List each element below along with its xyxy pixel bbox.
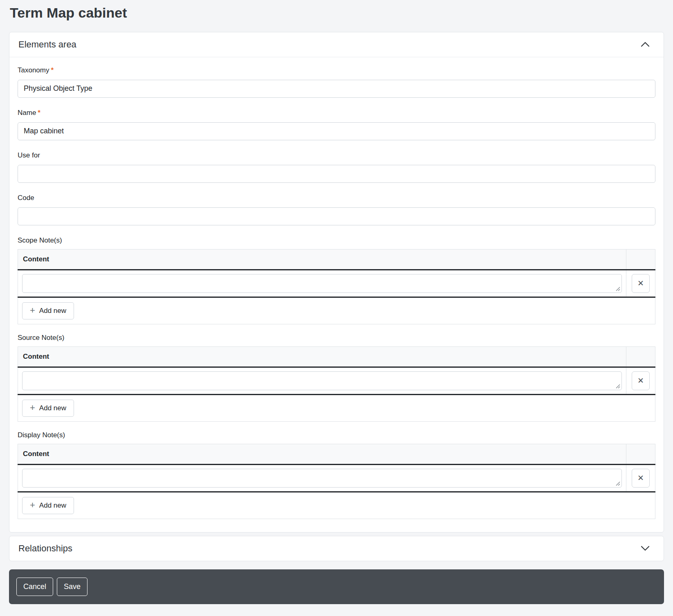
content-column-header: Content [18, 249, 626, 270]
name-field-group: Name* [18, 109, 655, 140]
table-footer-row: + Add new [18, 492, 655, 519]
source-note-textarea[interactable] [22, 371, 622, 390]
elements-area-title: Elements area [18, 39, 76, 50]
taxonomy-label-text: Taxonomy [18, 66, 49, 74]
table-header-row: Content [18, 346, 655, 367]
plus-icon: + [30, 403, 35, 412]
display-notes-table: Content [18, 444, 655, 519]
chevron-up-icon[interactable] [641, 42, 650, 47]
chevron-down-icon[interactable] [641, 546, 650, 551]
code-input[interactable] [18, 207, 655, 225]
scope-note-textarea[interactable] [22, 274, 622, 293]
elements-area-body: Taxonomy* Name* Use for Code [9, 57, 664, 532]
taxonomy-label: Taxonomy* [18, 66, 655, 74]
table-header-row: Content [18, 249, 655, 270]
cancel-button[interactable]: Cancel [16, 578, 53, 596]
action-column-header [626, 249, 655, 270]
note-row: ✕ [18, 270, 655, 297]
delete-row-button[interactable]: ✕ [632, 274, 650, 293]
add-new-label: Add new [39, 307, 66, 315]
note-row: ✕ [18, 367, 655, 394]
code-label: Code [18, 194, 655, 202]
table-footer-row: + Add new [18, 297, 655, 324]
close-icon: ✕ [637, 376, 644, 385]
delete-row-button[interactable]: ✕ [632, 371, 650, 390]
delete-row-button[interactable]: ✕ [632, 469, 650, 488]
name-label-text: Name [18, 109, 36, 117]
required-asterisk: * [51, 66, 54, 74]
relationships-header[interactable]: Relationships [9, 536, 664, 561]
table-header-row: Content [18, 444, 655, 464]
close-icon: ✕ [637, 279, 644, 288]
display-note-textarea[interactable] [22, 469, 622, 488]
relationships-panel: Relationships [9, 536, 664, 561]
add-new-label: Add new [39, 501, 66, 510]
use-for-input[interactable] [18, 165, 655, 183]
content-column-header: Content [18, 346, 626, 367]
elements-area-header[interactable]: Elements area [9, 32, 664, 57]
save-button[interactable]: Save [57, 578, 87, 596]
source-notes-label: Source Note(s) [18, 334, 655, 342]
scope-notes-table: Content [18, 249, 655, 324]
add-new-source-note-button[interactable]: + Add new [22, 400, 74, 417]
code-field-group: Code [18, 194, 655, 225]
content-column-header: Content [18, 444, 626, 464]
taxonomy-input[interactable] [18, 80, 655, 98]
plus-icon: + [30, 501, 35, 510]
scope-notes-group: Scope Note(s) Content [18, 236, 655, 324]
add-new-display-note-button[interactable]: + Add new [22, 497, 74, 514]
required-asterisk: * [38, 109, 40, 117]
relationships-title: Relationships [18, 543, 72, 554]
page: Term Map cabinet Elements area Taxonomy* [0, 0, 673, 604]
add-new-scope-note-button[interactable]: + Add new [22, 302, 74, 319]
note-row: ✕ [18, 464, 655, 492]
display-notes-label: Display Note(s) [18, 431, 655, 439]
close-icon: ✕ [637, 474, 644, 482]
action-column-header [626, 444, 655, 464]
name-label: Name* [18, 109, 655, 117]
scope-notes-label: Scope Note(s) [18, 236, 655, 245]
table-footer-row: + Add new [18, 394, 655, 421]
page-title: Term Map cabinet [10, 3, 664, 23]
taxonomy-field-group: Taxonomy* [18, 66, 655, 98]
plus-icon: + [30, 306, 35, 315]
display-notes-group: Display Note(s) Content [18, 431, 655, 519]
elements-area-panel: Elements area Taxonomy* Name* [9, 32, 664, 533]
source-notes-table: Content [18, 346, 655, 422]
source-notes-group: Source Note(s) Content [18, 334, 655, 422]
action-column-header [626, 346, 655, 367]
name-input[interactable] [18, 122, 655, 140]
add-new-label: Add new [39, 404, 66, 412]
action-bar: Cancel Save [9, 569, 664, 604]
use-for-label: Use for [18, 151, 655, 160]
use-for-field-group: Use for [18, 151, 655, 183]
